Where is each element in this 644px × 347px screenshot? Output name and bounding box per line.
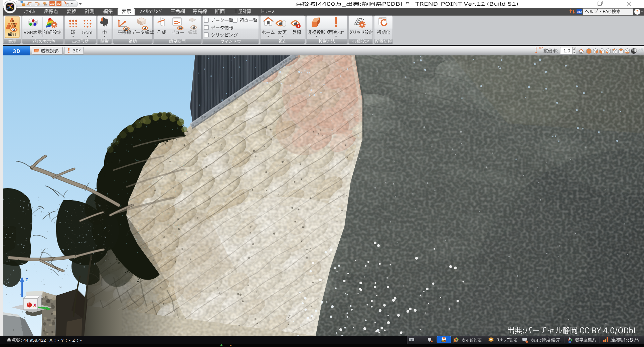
svg-text:OFF: OFF — [44, 4, 48, 6]
svg-text:X: X — [33, 303, 36, 308]
svg-text:3D: 3D — [57, 2, 60, 5]
svg-text:X : - Y : - Z : -: X : - Y : - Z : - — [49, 338, 82, 343]
svg-text:?: ? — [636, 9, 639, 14]
svg-text:44,958,422: 44,958,422 — [23, 338, 46, 343]
svg-text:Z: Z — [25, 277, 28, 282]
svg-text:CAD: CAD — [49, 3, 54, 5]
svg-text:AUTO: AUTO — [441, 340, 447, 342]
svg-text:Q&A: Q&A — [577, 11, 582, 13]
